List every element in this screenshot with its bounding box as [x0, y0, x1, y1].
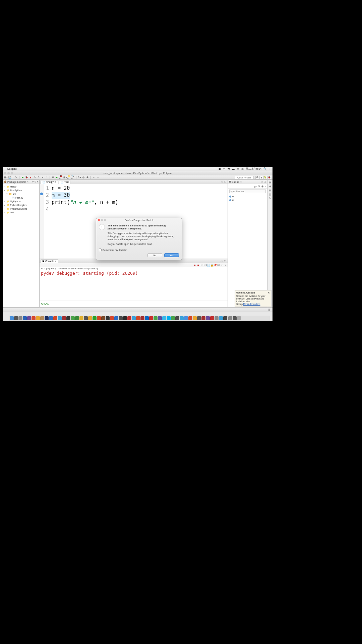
- debug-dropdown[interactable]: 🐞▾: [59, 176, 63, 179]
- search-icon[interactable]: 🔍: [263, 167, 267, 170]
- scroll-lock-button[interactable]: 🔒: [210, 264, 213, 267]
- new-console-button[interactable]: ▾: [224, 264, 227, 267]
- dock-app-icon[interactable]: [175, 316, 179, 320]
- maximize-icon[interactable]: ▢: [224, 180, 227, 183]
- breakpoint-marker[interactable]: [40, 193, 43, 195]
- tool-button[interactable]: 🔍▾: [71, 176, 75, 179]
- dock-app-icon[interactable]: [10, 316, 14, 320]
- remember-checkbox[interactable]: [99, 249, 102, 251]
- terminate-button[interactable]: ■: [193, 264, 196, 267]
- dock-app-icon[interactable]: [215, 316, 219, 320]
- menu-icon[interactable]: ▾: [264, 185, 266, 188]
- dock-app-icon[interactable]: [58, 316, 62, 320]
- tool-button[interactable]: ◉: [269, 189, 271, 192]
- new-button[interactable]: ▦▾: [4, 176, 7, 179]
- tool-button[interactable]: ✎▾: [78, 176, 81, 179]
- tool-button[interactable]: ▣: [269, 181, 272, 184]
- dock-app-icon[interactable]: [123, 316, 127, 320]
- dock-app-icon[interactable]: [171, 316, 175, 320]
- dock-app-icon[interactable]: [149, 316, 153, 320]
- menu-icon[interactable]: ≡: [269, 167, 270, 170]
- tool-button[interactable]: ✚: [86, 176, 89, 179]
- menu-extra-icon[interactable]: ▣: [219, 167, 221, 170]
- dock-app-icon[interactable]: [45, 316, 49, 320]
- stop-button[interactable]: ■: [29, 176, 32, 179]
- run-dropdown[interactable]: ▶▾: [55, 176, 59, 179]
- dock-app-icon[interactable]: [136, 316, 140, 320]
- dock-app-icon[interactable]: [145, 316, 149, 320]
- menu-extra-icon[interactable]: ✂: [223, 167, 226, 170]
- step-over-button[interactable]: ↷: [37, 176, 40, 179]
- perspective-switcher[interactable]: ⊞J🐍🐞: [255, 176, 271, 179]
- remove-all-button[interactable]: ✕✕: [203, 264, 206, 267]
- tool-button[interactable]: ✎: [14, 176, 18, 179]
- tool-button[interactable]: ◆: [261, 185, 263, 188]
- close-icon[interactable]: ✕: [268, 291, 270, 294]
- forward-button[interactable]: →: [96, 176, 100, 179]
- dock-app-icon[interactable]: [49, 316, 53, 320]
- dock-app-icon[interactable]: [127, 316, 131, 320]
- maximize-icon[interactable]: ▢: [224, 260, 227, 263]
- dock-app-icon[interactable]: [75, 316, 79, 320]
- dock-app-icon[interactable]: [167, 316, 171, 320]
- clear-button[interactable]: 📄: [207, 264, 210, 267]
- collapse-icon[interactable]: ⇄: [32, 180, 34, 183]
- dock-app-icon[interactable]: [71, 316, 75, 320]
- yes-button[interactable]: Yes: [164, 253, 179, 257]
- close-icon[interactable]: [98, 219, 100, 221]
- dock-app-icon[interactable]: [40, 316, 44, 320]
- clock[interactable]: 周二上午8:34: [246, 167, 262, 171]
- dock-app-icon[interactable]: [233, 316, 237, 320]
- outline-filter-input[interactable]: [229, 190, 266, 193]
- dock-app-icon[interactable]: [210, 316, 214, 320]
- display-button[interactable]: ▤: [217, 264, 220, 267]
- dock-app-icon[interactable]: [132, 316, 136, 320]
- dock-app-icon[interactable]: [180, 316, 184, 320]
- step-into-button[interactable]: ↳: [41, 176, 44, 179]
- console-prompt[interactable]: >>>: [40, 301, 228, 307]
- dock-app-icon[interactable]: [154, 316, 158, 320]
- dock-app-icon[interactable]: [219, 316, 223, 320]
- debug-button[interactable]: 🐞: [25, 176, 28, 179]
- tool-button[interactable]: ⚙: [51, 176, 55, 179]
- save-button[interactable]: 💾: [8, 176, 11, 179]
- menu-extra-icon[interactable]: ⇆: [228, 167, 230, 170]
- close-icon[interactable]: ✕: [55, 260, 57, 263]
- dock-app-icon[interactable]: [140, 316, 144, 320]
- close-icon[interactable]: ✕: [240, 180, 242, 183]
- dock-app-icon[interactable]: [93, 316, 97, 320]
- tool-button[interactable]: ◆: [269, 185, 271, 188]
- menubar-app-name[interactable]: Eclipse: [7, 167, 17, 170]
- back-button[interactable]: ←: [92, 176, 96, 179]
- minimize-icon[interactable]: ▭: [221, 180, 224, 183]
- tool-button[interactable]: 📁▾: [67, 176, 71, 179]
- dock-app-icon[interactable]: [97, 316, 101, 320]
- menu-extra-icon[interactable]: ▤: [237, 167, 239, 170]
- pin-button[interactable]: 📌: [214, 264, 217, 267]
- dock-app-icon[interactable]: [206, 316, 210, 320]
- remove-button[interactable]: ✕: [200, 264, 203, 267]
- dock-app-icon[interactable]: [84, 316, 88, 320]
- tool-button[interactable]: ▤: [269, 193, 272, 196]
- outline-item[interactable]: m: [229, 198, 266, 202]
- project-tree[interactable]: ▸📁firstpy ▾📁FirstPython ▾📂src 📄First.py …: [3, 184, 39, 215]
- dock-app-icon[interactable]: [158, 316, 162, 320]
- outline-item[interactable]: n: [229, 195, 266, 198]
- dock-app-icon[interactable]: [228, 316, 232, 320]
- dock-app-icon[interactable]: [53, 316, 57, 320]
- dock-app-icon[interactable]: [114, 316, 118, 320]
- maximize-icon[interactable]: ▢: [264, 180, 266, 183]
- editor-gutter[interactable]: [40, 184, 44, 259]
- editor-tab[interactable]: 📄First.py✕: [41, 180, 58, 184]
- minimize-icon[interactable]: ▭: [220, 260, 223, 263]
- window-traffic-lights[interactable]: [4, 172, 13, 174]
- tool-button[interactable]: ⟲: [33, 176, 36, 179]
- dock-app-icon[interactable]: [88, 316, 92, 320]
- dock-app-icon[interactable]: [197, 316, 201, 320]
- dock-app-icon[interactable]: [36, 316, 40, 320]
- dock-app-icon[interactable]: [14, 316, 18, 320]
- hide-button[interactable]: ✕: [258, 185, 260, 188]
- editor-tab[interactable]: 📄Test: [59, 180, 70, 184]
- dock-app-icon[interactable]: [119, 316, 123, 320]
- trash-icon[interactable]: [237, 316, 241, 320]
